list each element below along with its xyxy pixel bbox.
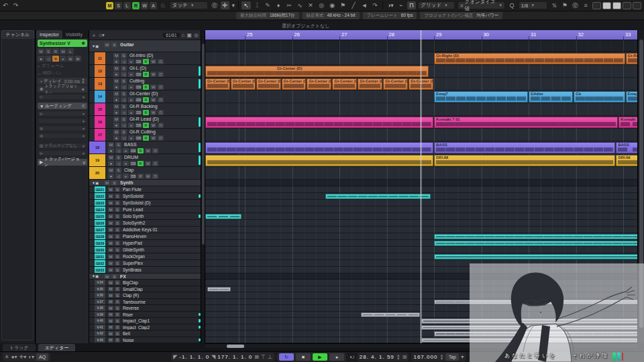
automation-a-button[interactable]: A — [150, 2, 157, 9]
lock-button[interactable]: ⊡ — [158, 59, 164, 64]
auto-scroll-icon[interactable]: ✛ — [221, 1, 230, 9]
read-automation-button[interactable]: R — [143, 110, 149, 115]
automation-m-button[interactable]: M — [106, 2, 113, 9]
track-row[interactable]: ⌨22MSSynSoloist — [89, 193, 201, 200]
lock-button[interactable]: ⊡ — [152, 174, 158, 179]
edit-channel-button[interactable]: e — [123, 148, 129, 154]
clip-event[interactable] — [361, 312, 421, 318]
automation-panel-icon[interactable]: ♘ — [158, 1, 168, 9]
inspector-m-button[interactable]: M — [38, 48, 44, 54]
track-color-chip[interactable]: ↯37 — [95, 299, 105, 305]
monitor-button[interactable]: ◁ — [121, 110, 127, 115]
track-row[interactable]: ↯42MSBell — [89, 330, 201, 337]
mute-button[interactable]: M — [108, 338, 113, 343]
edit-channel-icon[interactable]: ⓔ — [210, 1, 219, 9]
solo-button[interactable]: S — [115, 306, 120, 310]
clip-event[interactable] — [205, 142, 433, 154]
solo-button[interactable]: S — [115, 293, 120, 298]
record-enable-button[interactable]: ● — [108, 161, 114, 166]
solo-button[interactable]: S — [115, 187, 120, 192]
track-color-chip[interactable]: ⌨31 — [95, 253, 105, 259]
read-automation-button[interactable]: R — [143, 97, 149, 103]
read-automation-button[interactable]: R — [143, 135, 149, 141]
mute-button[interactable]: M — [108, 200, 113, 205]
track-row[interactable]: 20MSClap●◁e⌨RW⊡ — [89, 167, 201, 180]
solo-button[interactable]: S — [121, 53, 127, 58]
track-row[interactable]: 17MSGt-R Cutting●◁e⌨RW⊡ — [89, 129, 201, 141]
solo-button[interactable]: S — [115, 241, 120, 245]
mute-tool-icon[interactable]: ✕ — [306, 1, 315, 9]
snap-icon[interactable]: ⊓ — [407, 1, 417, 9]
freeze-icon[interactable]: ✛ — [52, 56, 59, 62]
edit-channel-button[interactable]: e — [123, 174, 129, 179]
grid-type-dropdown[interactable]: グリッド▼ — [418, 1, 455, 9]
output-routing-dropdown[interactable]: ⊚▼ — [38, 125, 87, 131]
folder-track-row[interactable]: ▼▣MSSynth — [89, 180, 201, 186]
clip-event[interactable] — [325, 194, 431, 199]
track-row[interactable]: ⌨26MSSoloSynth2 — [89, 220, 201, 227]
mute-button[interactable]: M — [113, 104, 119, 109]
lock-button[interactable]: ⊡ — [158, 110, 164, 115]
clip-event[interactable] — [434, 241, 637, 246]
solo-button[interactable]: S — [115, 168, 121, 173]
clip-event[interactable]: Gt-Right (D) — [626, 53, 637, 64]
track-color-chip[interactable]: 12 — [95, 65, 105, 77]
mute-button[interactable]: M — [113, 66, 119, 71]
tab-editor[interactable]: エディター — [38, 344, 76, 351]
track-row[interactable]: ⌨25MSSolo Synth — [89, 213, 201, 220]
track-color-chip[interactable]: ↯43 — [95, 337, 105, 343]
clip-event[interactable] — [205, 117, 433, 128]
mute-button[interactable]: M — [108, 312, 113, 317]
record-enable-button[interactable]: ● — [113, 135, 119, 141]
left-locator-value[interactable]: -1. 1. 1. 0 — [179, 354, 209, 360]
clip-event[interactable] — [434, 254, 637, 259]
solo-button[interactable]: S — [111, 42, 117, 48]
monitor-button[interactable]: ◁ — [115, 174, 121, 179]
monitor-button[interactable]: ◁ — [115, 148, 121, 154]
quantize-dropdown[interactable]: # クオンタイズ値▼ — [458, 1, 505, 9]
track-row[interactable]: 19MSDRUM●◁e⌨RW⊡ — [89, 154, 201, 167]
instrument-button[interactable]: ⌨ — [136, 135, 142, 141]
clip-event[interactable]: Gt-Right (D) — [434, 53, 625, 64]
tab-inspector[interactable]: Inspector — [36, 30, 62, 38]
track-row[interactable]: ↯36MSClap (R) — [89, 292, 201, 299]
track-versions-section-header[interactable]: ▶ トラックバージョンv — [38, 159, 87, 166]
mute-button[interactable]: M — [108, 221, 113, 225]
solo-button[interactable]: S — [115, 261, 120, 265]
solo-button[interactable]: S — [115, 221, 120, 225]
goto-right-locator-icon[interactable]: ◥ — [211, 354, 215, 360]
track-color-chip[interactable]: 17 — [95, 129, 105, 141]
clip-event[interactable]: Gb — [574, 91, 625, 103]
track-row[interactable]: ⌨33MSSynBrass — [89, 267, 201, 274]
track-color-chip[interactable]: ↯34 — [95, 280, 105, 286]
automation-w-button[interactable]: W — [141, 2, 148, 9]
mute-button[interactable]: M — [108, 331, 113, 336]
solo-button[interactable]: S — [115, 234, 120, 239]
mute-button[interactable]: M — [108, 241, 113, 245]
clip-event[interactable]: DRUM — [616, 155, 637, 166]
instrument-button[interactable]: ⌨ — [130, 174, 136, 179]
clip-event[interactable]: Emaj7 — [434, 91, 528, 103]
record-enable-button[interactable]: ● — [113, 123, 119, 128]
lower-zone-button[interactable] — [602, 2, 611, 9]
cycle-button[interactable]: ↻ — [279, 353, 294, 361]
folder-icon[interactable]: ▼▣ — [91, 180, 100, 186]
toolbar-menu-icon[interactable]: ≡ — [581, 1, 590, 9]
gear-icon[interactable]: ✱ — [81, 41, 85, 46]
record-enable-button[interactable]: ● — [113, 59, 119, 64]
mute-button[interactable]: M — [113, 129, 119, 135]
folder-icon[interactable]: ▼▣ — [91, 274, 100, 279]
mute-button[interactable]: M — [108, 142, 114, 147]
track-color-chip[interactable]: ⌨25 — [95, 213, 105, 219]
clip-event[interactable]: Gt-Center (D) — [282, 78, 307, 90]
monitor-button[interactable]: ◁ — [115, 161, 121, 166]
nudge-icon[interactable]: ⌁ — [396, 1, 406, 9]
edit-channel-button[interactable]: e — [128, 123, 134, 128]
track-color-chip[interactable]: ⌨21 — [95, 186, 105, 192]
track-color-chip[interactable]: 15 — [95, 103, 105, 115]
tab-visibility[interactable]: Visibility — [62, 30, 86, 38]
mute-button[interactable]: M — [113, 91, 119, 97]
marker-tool-icon[interactable]: ⚑ — [338, 1, 347, 9]
instrument-button[interactable]: ⌨ — [136, 72, 142, 77]
instrument-button[interactable]: ⌨ — [136, 59, 142, 64]
